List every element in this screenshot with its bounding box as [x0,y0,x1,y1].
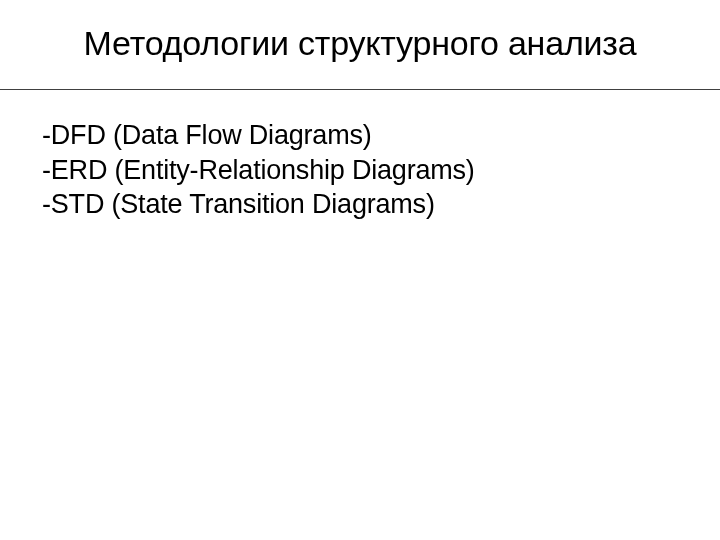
list-item: -STD (State Transition Diagrams) [42,187,720,222]
list-item: -DFD (Data Flow Diagrams) [42,118,720,153]
slide-container: Методологии структурного анализа -DFD (D… [0,0,720,540]
list-item: -ERD (Entity-Relationship Diagrams) [42,153,720,188]
slide-title: Методологии структурного анализа [0,0,720,63]
body-content: -DFD (Data Flow Diagrams) -ERD (Entity-R… [0,90,720,222]
